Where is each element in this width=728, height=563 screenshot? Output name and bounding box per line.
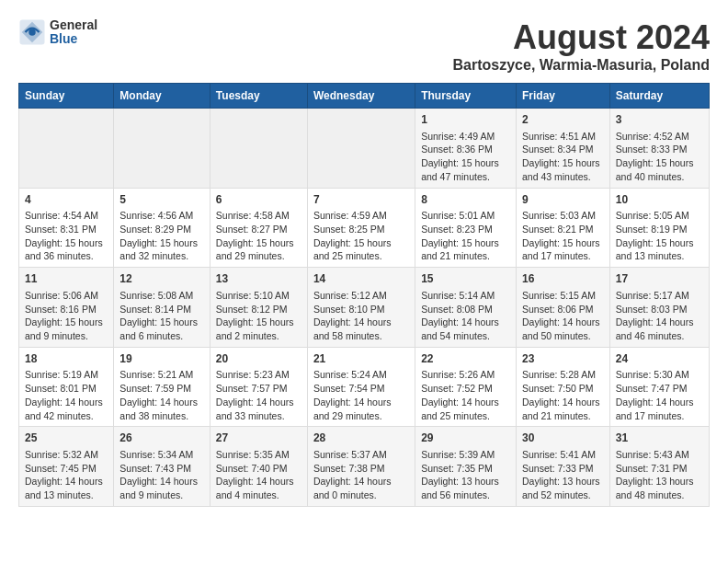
header-cell-sunday: Sunday — [19, 84, 114, 109]
day-info: Sunrise: 5:41 AMSunset: 7:33 PMDaylight:… — [522, 448, 604, 502]
logo-text: General Blue — [50, 18, 97, 47]
day-info: Sunrise: 4:52 AMSunset: 8:33 PMDaylight:… — [616, 130, 703, 184]
day-info: Sunrise: 4:51 AMSunset: 8:34 PMDaylight:… — [522, 130, 604, 184]
header-cell-friday: Friday — [516, 84, 609, 109]
calendar-cell: 17Sunrise: 5:17 AMSunset: 8:03 PMDayligh… — [609, 268, 709, 348]
logo: General Blue — [18, 18, 97, 47]
calendar-cell — [210, 109, 307, 189]
calendar-cell: 16Sunrise: 5:15 AMSunset: 8:06 PMDayligh… — [516, 268, 609, 348]
calendar-cell: 12Sunrise: 5:08 AMSunset: 8:14 PMDayligh… — [114, 268, 210, 348]
day-number: 19 — [119, 351, 204, 367]
day-info: Sunrise: 5:35 AMSunset: 7:40 PMDaylight:… — [216, 448, 301, 502]
calendar-cell: 13Sunrise: 5:10 AMSunset: 8:12 PMDayligh… — [210, 268, 307, 348]
calendar-cell: 4Sunrise: 4:54 AMSunset: 8:31 PMDaylight… — [19, 188, 114, 268]
day-number: 29 — [421, 431, 510, 446]
calendar-cell: 20Sunrise: 5:23 AMSunset: 7:57 PMDayligh… — [210, 347, 307, 427]
calendar-cell: 22Sunrise: 5:26 AMSunset: 7:52 PMDayligh… — [415, 347, 517, 427]
day-info: Sunrise: 5:12 AMSunset: 8:10 PMDaylight:… — [313, 289, 409, 343]
day-number: 17 — [616, 271, 703, 287]
day-number: 14 — [313, 271, 409, 287]
day-number: 23 — [522, 351, 604, 367]
calendar-cell: 5Sunrise: 4:56 AMSunset: 8:29 PMDaylight… — [114, 188, 210, 268]
day-info: Sunrise: 5:43 AMSunset: 7:31 PMDaylight:… — [616, 448, 703, 502]
calendar-cell: 29Sunrise: 5:39 AMSunset: 7:35 PMDayligh… — [415, 427, 517, 507]
day-info: Sunrise: 5:21 AMSunset: 7:59 PMDaylight:… — [119, 368, 204, 422]
day-number: 9 — [522, 192, 604, 208]
calendar-cell: 14Sunrise: 5:12 AMSunset: 8:10 PMDayligh… — [307, 268, 415, 348]
day-number: 27 — [216, 431, 301, 446]
calendar-cell: 25Sunrise: 5:32 AMSunset: 7:45 PMDayligh… — [19, 427, 114, 507]
calendar-table: SundayMondayTuesdayWednesdayThursdayFrid… — [18, 83, 710, 507]
day-number: 3 — [616, 112, 703, 128]
day-info: Sunrise: 5:28 AMSunset: 7:50 PMDaylight:… — [522, 368, 604, 422]
calendar-cell: 18Sunrise: 5:19 AMSunset: 8:01 PMDayligh… — [19, 347, 114, 427]
calendar-cell: 23Sunrise: 5:28 AMSunset: 7:50 PMDayligh… — [516, 347, 609, 427]
day-number: 2 — [522, 112, 604, 128]
day-info: Sunrise: 5:32 AMSunset: 7:45 PMDaylight:… — [25, 448, 108, 502]
calendar-cell: 15Sunrise: 5:14 AMSunset: 8:08 PMDayligh… — [415, 268, 517, 348]
calendar-cell: 3Sunrise: 4:52 AMSunset: 8:33 PMDaylight… — [609, 109, 709, 189]
calendar-cell: 8Sunrise: 5:01 AMSunset: 8:23 PMDaylight… — [415, 188, 517, 268]
logo-general: General — [50, 18, 97, 32]
day-number: 11 — [25, 271, 108, 287]
header-cell-saturday: Saturday — [609, 84, 709, 109]
day-info: Sunrise: 5:23 AMSunset: 7:57 PMDaylight:… — [216, 368, 301, 422]
calendar-header: SundayMondayTuesdayWednesdayThursdayFrid… — [19, 84, 710, 109]
calendar-cell: 26Sunrise: 5:34 AMSunset: 7:43 PMDayligh… — [114, 427, 210, 507]
day-number: 25 — [25, 431, 108, 446]
day-info: Sunrise: 5:03 AMSunset: 8:21 PMDaylight:… — [522, 209, 604, 263]
calendar-cell — [307, 109, 415, 189]
subtitle: Bartoszyce, Warmia-Masuria, Poland — [453, 57, 711, 74]
day-number: 28 — [313, 431, 409, 446]
logo-blue: Blue — [50, 32, 97, 46]
calendar-cell: 19Sunrise: 5:21 AMSunset: 7:59 PMDayligh… — [114, 347, 210, 427]
day-info: Sunrise: 5:08 AMSunset: 8:14 PMDaylight:… — [119, 289, 204, 343]
calendar-cell: 31Sunrise: 5:43 AMSunset: 7:31 PMDayligh… — [609, 427, 709, 507]
week-row-1: 1Sunrise: 4:49 AMSunset: 8:36 PMDaylight… — [19, 109, 710, 189]
header-cell-thursday: Thursday — [415, 84, 517, 109]
title-section: August 2024 Bartoszyce, Warmia-Masuria, … — [453, 18, 711, 74]
calendar-cell: 27Sunrise: 5:35 AMSunset: 7:40 PMDayligh… — [210, 427, 307, 507]
day-number: 4 — [25, 192, 108, 208]
day-info: Sunrise: 4:49 AMSunset: 8:36 PMDaylight:… — [421, 130, 510, 184]
week-row-2: 4Sunrise: 4:54 AMSunset: 8:31 PMDaylight… — [19, 188, 710, 268]
calendar-cell: 30Sunrise: 5:41 AMSunset: 7:33 PMDayligh… — [516, 427, 609, 507]
calendar-cell: 24Sunrise: 5:30 AMSunset: 7:47 PMDayligh… — [609, 347, 709, 427]
day-info: Sunrise: 5:19 AMSunset: 8:01 PMDaylight:… — [25, 368, 108, 422]
day-number: 13 — [216, 271, 301, 287]
week-row-4: 18Sunrise: 5:19 AMSunset: 8:01 PMDayligh… — [19, 347, 710, 427]
calendar-cell: 2Sunrise: 4:51 AMSunset: 8:34 PMDaylight… — [516, 109, 609, 189]
logo-icon — [18, 18, 46, 46]
calendar-cell: 21Sunrise: 5:24 AMSunset: 7:54 PMDayligh… — [307, 347, 415, 427]
day-info: Sunrise: 4:58 AMSunset: 8:27 PMDaylight:… — [216, 209, 301, 263]
day-number: 22 — [421, 351, 510, 367]
day-info: Sunrise: 5:06 AMSunset: 8:16 PMDaylight:… — [25, 289, 108, 343]
day-info: Sunrise: 5:14 AMSunset: 8:08 PMDaylight:… — [421, 289, 510, 343]
svg-point-2 — [28, 29, 36, 37]
day-number: 12 — [119, 271, 204, 287]
calendar-cell: 7Sunrise: 4:59 AMSunset: 8:25 PMDaylight… — [307, 188, 415, 268]
page-header: General Blue August 2024 Bartoszyce, War… — [18, 18, 710, 74]
week-row-3: 11Sunrise: 5:06 AMSunset: 8:16 PMDayligh… — [19, 268, 710, 348]
calendar-cell: 1Sunrise: 4:49 AMSunset: 8:36 PMDaylight… — [415, 109, 517, 189]
day-number: 20 — [216, 351, 301, 367]
header-cell-monday: Monday — [114, 84, 210, 109]
day-info: Sunrise: 5:15 AMSunset: 8:06 PMDaylight:… — [522, 289, 604, 343]
calendar-cell — [19, 109, 114, 189]
day-number: 21 — [313, 351, 409, 367]
day-number: 10 — [616, 192, 703, 208]
day-info: Sunrise: 5:37 AMSunset: 7:38 PMDaylight:… — [313, 448, 409, 502]
day-number: 1 — [421, 112, 510, 128]
day-info: Sunrise: 5:39 AMSunset: 7:35 PMDaylight:… — [421, 448, 510, 502]
header-row: SundayMondayTuesdayWednesdayThursdayFrid… — [19, 84, 710, 109]
calendar-body: 1Sunrise: 4:49 AMSunset: 8:36 PMDaylight… — [19, 109, 710, 507]
day-info: Sunrise: 5:34 AMSunset: 7:43 PMDaylight:… — [119, 448, 204, 502]
day-number: 26 — [119, 431, 204, 446]
calendar-cell: 9Sunrise: 5:03 AMSunset: 8:21 PMDaylight… — [516, 188, 609, 268]
day-number: 8 — [421, 192, 510, 208]
day-number: 15 — [421, 271, 510, 287]
day-info: Sunrise: 4:56 AMSunset: 8:29 PMDaylight:… — [119, 209, 204, 263]
day-number: 5 — [119, 192, 204, 208]
calendar-cell: 11Sunrise: 5:06 AMSunset: 8:16 PMDayligh… — [19, 268, 114, 348]
day-info: Sunrise: 5:24 AMSunset: 7:54 PMDaylight:… — [313, 368, 409, 422]
